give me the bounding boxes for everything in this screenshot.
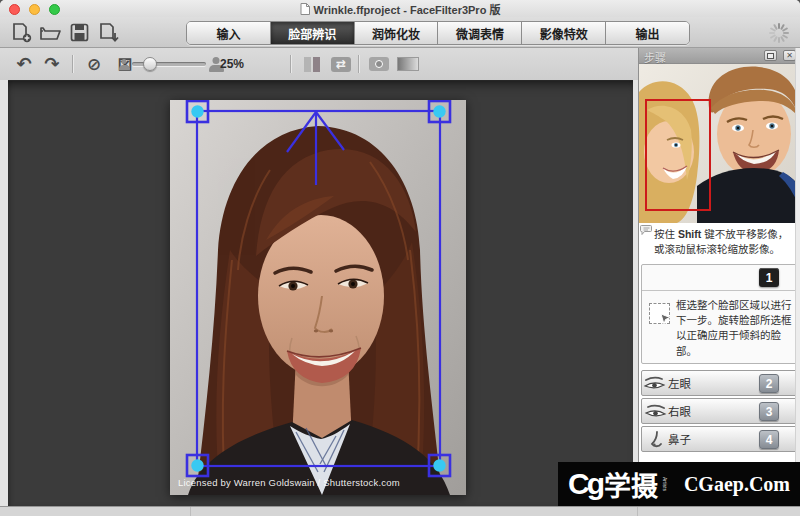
tab-image-effects[interactable]: 影像特效 — [522, 22, 606, 44]
tab-input[interactable]: 输入 — [187, 22, 271, 44]
undo-icon[interactable]: ↶ — [12, 48, 36, 80]
zoom-level-label: 25% — [220, 48, 244, 80]
step1-header: 1 — [642, 265, 797, 291]
window-edge — [0, 80, 8, 506]
portrait-photo: Licensed by Warren Goldswain / Shutterst… — [170, 100, 466, 495]
tab-retouch-makeup[interactable]: 润饰化妆 — [355, 22, 439, 44]
step-label: 左眼 — [668, 375, 691, 391]
tab-face-detection[interactable]: 脸部辨识 — [271, 22, 355, 44]
marquee-select-icon — [649, 303, 670, 324]
toolbar-divider — [358, 55, 359, 73]
face-selection-rect — [197, 111, 440, 466]
watermark-small-text: Artists — [661, 477, 667, 491]
app-window: Wrinkle.ffproject - FaceFilter3Pro 版 输入 … — [0, 0, 800, 516]
cancel-detection-icon[interactable]: ⊘ — [82, 48, 106, 80]
before-after-swap-icon[interactable]: ⇄ — [328, 48, 354, 80]
busy-spinner-icon — [768, 22, 790, 44]
window-title-wrap: Wrinkle.ffproject - FaceFilter3Pro 版 — [0, 0, 800, 17]
redo-icon[interactable]: ↷ — [40, 48, 64, 80]
sample-thumbnail[interactable] — [639, 64, 800, 223]
detach-panel-icon[interactable] — [764, 50, 777, 61]
titlebar: Wrinkle.ffproject - FaceFilter3Pro 版 — [0, 0, 800, 17]
watermark-brand: 学摄 — [604, 465, 658, 504]
step-badge: 3 — [759, 402, 779, 421]
document-icon — [300, 3, 310, 15]
face-selection-overlay[interactable] — [170, 100, 466, 495]
watermark-site: CGaep.Com — [684, 473, 790, 496]
site-watermark: Cg 学摄 Artists CGaep.Com — [558, 462, 800, 506]
step-badge: 4 — [759, 430, 779, 449]
new-project-icon[interactable] — [10, 21, 33, 44]
tip-panel: 按住 Shift 键不放平移影像，或滚动鼠标滚轮缩放影像。 — [639, 223, 800, 262]
view-toolbar: ↶ ↷ ⊘ ⊠ 25% ⇄ — [0, 48, 638, 80]
gradient-preview-icon[interactable] — [394, 48, 422, 80]
steps-header: 步骤 ✕ — [639, 48, 800, 64]
save-as-icon[interactable] — [97, 21, 120, 44]
steps-sidebar: 步骤 ✕ — [638, 48, 800, 506]
steps-title: 步骤 — [644, 49, 666, 65]
tip-bubble-icon — [640, 224, 653, 240]
sidebar-scrollbar[interactable] — [795, 48, 800, 506]
step-row-nose[interactable]: 鼻子 4 — [641, 426, 798, 452]
right-eye-icon — [642, 404, 668, 419]
step1-badge: 1 — [759, 268, 779, 287]
window-bottom-bar — [0, 506, 800, 516]
toolbar-divider — [72, 55, 73, 73]
step-badge: 2 — [759, 374, 779, 393]
main-toolbar: 输入 脸部辨识 润饰化妆 微调表情 影像特效 输出 — [0, 17, 800, 48]
mode-tabs: 输入 脸部辨识 润饰化妆 微调表情 影像特效 输出 — [186, 21, 690, 45]
step-row-right-eye[interactable]: 右眼 3 — [641, 398, 798, 424]
nose-icon — [642, 431, 668, 448]
window-title: Wrinkle.ffproject - FaceFilter3Pro 版 — [314, 1, 501, 17]
canvas-area[interactable]: Licensed by Warren Goldswain / Shutterst… — [8, 80, 633, 506]
zoom-slider-thumb[interactable] — [143, 57, 157, 71]
save-project-icon[interactable] — [68, 21, 91, 44]
step1-panel: 1 框选整个脸部区域以进行下一步。旋转脸部所选框以正确应用于倾斜的脸部。 — [641, 264, 798, 364]
toolbar-divider — [290, 55, 291, 73]
focus-view-icon[interactable] — [366, 48, 392, 80]
tab-tune-expression[interactable]: 微调表情 — [438, 22, 522, 44]
step1-instruction: 框选整个脸部区域以进行下一步。旋转脸部所选框以正确应用于倾斜的脸部。 — [676, 298, 792, 359]
file-actions — [10, 21, 120, 44]
step-label: 鼻子 — [668, 431, 691, 447]
left-eye-icon — [642, 376, 668, 391]
step-row-left-eye[interactable]: 左眼 2 — [641, 370, 798, 396]
open-project-icon[interactable] — [39, 21, 62, 44]
watermark-logo: Cg — [568, 467, 602, 501]
step-label: 右眼 — [668, 403, 691, 419]
tab-output[interactable]: 输出 — [606, 22, 689, 44]
tip-text-prefix: 按住 — [654, 228, 678, 240]
tip-shift-key: Shift — [678, 228, 701, 240]
split-compare-icon[interactable] — [300, 48, 324, 80]
